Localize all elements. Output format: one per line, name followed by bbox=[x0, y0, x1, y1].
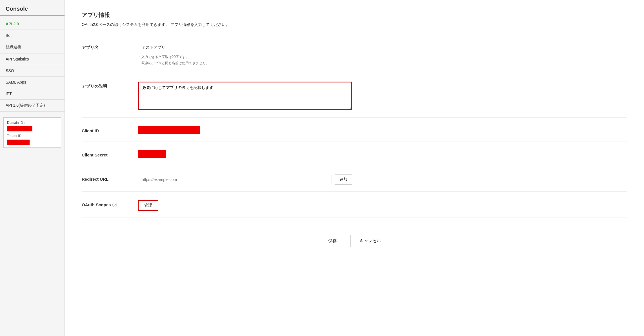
client-secret-label: Client Secret bbox=[82, 150, 138, 157]
oauth-label-row: OAuth Scopes ? bbox=[82, 202, 138, 207]
redirect-url-field: 追加 bbox=[138, 174, 627, 185]
oauth-scopes-help-icon[interactable]: ? bbox=[112, 203, 117, 207]
client-secret-row: Client Secret bbox=[82, 150, 627, 166]
redirect-url-input-row: 追加 bbox=[138, 174, 352, 185]
save-button[interactable]: 保存 bbox=[319, 235, 346, 247]
app-desc-field: 必要に応じてアプリの説明を記載します bbox=[138, 82, 627, 111]
app-name-input[interactable] bbox=[138, 43, 352, 52]
cancel-button[interactable]: キャンセル bbox=[350, 235, 390, 247]
main-content: アプリ情報 OAuth2.0ベースの認可システムを利用できます。 アプリ情報を入… bbox=[65, 0, 644, 336]
sidebar-item-ipt[interactable]: IPT bbox=[0, 88, 65, 100]
add-redirect-url-button[interactable]: 追加 bbox=[335, 174, 352, 185]
app-desc-textarea[interactable]: 必要に応じてアプリの説明を記載します bbox=[138, 82, 352, 110]
redirect-url-input[interactable] bbox=[138, 175, 332, 184]
app-desc-label: アプリの説明 bbox=[82, 82, 138, 89]
page-title: アプリ情報 bbox=[82, 11, 627, 19]
client-secret-value bbox=[138, 150, 166, 158]
tenant-id-value bbox=[7, 140, 30, 145]
form-actions: 保存 キャンセル bbox=[82, 229, 627, 247]
manage-scopes-button[interactable]: 管理 bbox=[138, 200, 158, 211]
sidebar-title: Console bbox=[0, 6, 65, 15]
sidebar-item-api20[interactable]: API 2.0 bbox=[0, 18, 65, 30]
sidebar-item-api10[interactable]: API 1.0(提供終了予定) bbox=[0, 100, 65, 112]
oauth-scopes-row: OAuth Scopes ? 管理 bbox=[82, 200, 627, 218]
domain-id-label: Domain ID： bbox=[7, 120, 57, 125]
sidebar-item-saml-apps[interactable]: SAML Apps bbox=[0, 77, 65, 88]
app-name-row: アプリ名 ・入力できる文字数は20字です。 ・既存のアプリと同じ名前は使用できま… bbox=[82, 43, 627, 73]
redirect-url-row: Redirect URL 追加 bbox=[82, 174, 627, 192]
client-id-value bbox=[138, 126, 200, 134]
sidebar: Console API 2.0 Bot 組織連携 API Statistics … bbox=[0, 0, 65, 336]
oauth-scopes-field: 管理 bbox=[138, 200, 627, 211]
app-name-hints: ・入力できる文字数は20字です。 ・既存のアプリと同じ名前は使用できません。 bbox=[138, 54, 627, 66]
client-id-row: Client ID bbox=[82, 126, 627, 142]
app-name-field: ・入力できる文字数は20字です。 ・既存のアプリと同じ名前は使用できません。 bbox=[138, 43, 627, 66]
sidebar-item-sso[interactable]: SSO bbox=[0, 65, 65, 77]
client-id-field bbox=[138, 126, 627, 135]
page-description: OAuth2.0ベースの認可システムを利用できます。 アプリ情報を入力してくださ… bbox=[82, 22, 627, 27]
sidebar-item-org[interactable]: 組織連携 bbox=[0, 41, 65, 53]
sidebar-item-api-stats[interactable]: API Statistics bbox=[0, 53, 65, 65]
domain-id-value bbox=[7, 126, 32, 131]
app-desc-row: アプリの説明 必要に応じてアプリの説明を記載します bbox=[82, 82, 627, 118]
tenant-id-label: Tenant ID： bbox=[7, 134, 57, 138]
divider bbox=[82, 34, 627, 34]
client-id-label: Client ID bbox=[82, 126, 138, 133]
domain-info-box: Domain ID： Tenant ID： bbox=[3, 117, 61, 148]
sidebar-item-bot[interactable]: Bot bbox=[0, 30, 65, 41]
client-secret-field bbox=[138, 150, 627, 159]
app-name-hint2: ・既存のアプリと同じ名前は使用できません。 bbox=[138, 60, 627, 66]
app-name-label: アプリ名 bbox=[82, 43, 138, 50]
app-name-hint1: ・入力できる文字数は20字です。 bbox=[138, 54, 627, 60]
oauth-scopes-label: OAuth Scopes ? bbox=[82, 200, 138, 207]
redirect-url-label: Redirect URL bbox=[82, 174, 138, 182]
